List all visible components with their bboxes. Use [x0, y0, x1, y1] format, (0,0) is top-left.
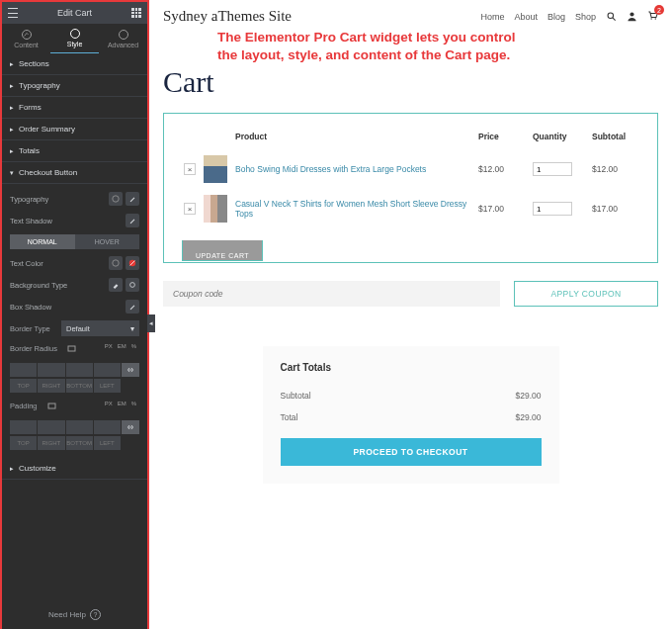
gear-icon	[119, 30, 128, 40]
widgets-grid-icon[interactable]	[131, 8, 141, 18]
responsive-icon[interactable]	[67, 345, 76, 354]
qty-input[interactable]	[533, 162, 572, 176]
ctrl-border-type-label: Border Type	[10, 324, 57, 333]
svg-rect-5	[68, 346, 75, 351]
tab-content-label: Content	[14, 42, 39, 48]
pencil-icon[interactable]	[126, 214, 139, 227]
responsive-icon[interactable]	[47, 403, 56, 411]
unit-px[interactable]: PX	[105, 401, 113, 406]
radius-left[interactable]	[94, 363, 122, 377]
brush-icon[interactable]	[109, 278, 123, 292]
link-values-icon[interactable]	[122, 363, 139, 377]
radius-right[interactable]	[38, 363, 65, 377]
section-forms[interactable]: Forms	[2, 97, 147, 119]
tab-style[interactable]: Style	[50, 24, 99, 53]
product-thumbnail[interactable]	[204, 195, 227, 223]
user-icon[interactable]	[627, 11, 637, 22]
globe-icon[interactable]	[109, 256, 123, 270]
section-typography[interactable]: Typography	[2, 75, 147, 97]
search-icon[interactable]	[606, 11, 617, 22]
svg-line-8	[613, 18, 616, 21]
site-header: Sydney aThemes Site Home About Blog Shop…	[163, 8, 658, 25]
subtotal-label: Subtotal	[281, 391, 311, 401]
ctrl-text-color: Text Color	[10, 252, 139, 274]
table-row: × Casual V Neck T Shirts for Women Mesh …	[182, 189, 639, 228]
pencil-icon[interactable]	[126, 300, 139, 314]
total-label: Total	[281, 412, 298, 422]
lbl-bottom: BOTTOM	[66, 379, 94, 393]
apply-coupon-button[interactable]: APPLY COUPON	[514, 281, 658, 307]
product-link[interactable]: Boho Swing Midi Dresses with Extra Large…	[235, 164, 426, 174]
cart-icon-wrap[interactable]: 2	[647, 10, 658, 23]
cart-table-container: Product Price Quantity Subtotal × Boho S…	[163, 113, 658, 263]
qty-input[interactable]	[533, 202, 572, 216]
section-totals[interactable]: Totals	[2, 140, 147, 162]
product-thumbnail[interactable]	[204, 155, 227, 183]
svg-point-9	[630, 12, 633, 16]
update-cart-button[interactable]: UPDATE CART	[182, 240, 263, 261]
annotation-banner: The Elementor Pro Cart widget lets you c…	[163, 29, 658, 63]
unit-em[interactable]: EM	[118, 343, 126, 349]
table-row: × Boho Swing Midi Dresses with Extra Lar…	[182, 149, 639, 189]
lbl-right: RIGHT	[38, 436, 65, 450]
pad-right[interactable]	[38, 420, 65, 434]
site-logo[interactable]: Sydney aThemes Site	[163, 8, 292, 25]
link-values-icon[interactable]	[122, 420, 139, 434]
svg-point-4	[130, 283, 135, 288]
pad-left[interactable]	[94, 420, 122, 434]
banner-line2: the layout, style, and content of the Ca…	[217, 46, 658, 64]
sidebar-tabs: Content Style Advanced	[2, 24, 147, 53]
pencil-icon[interactable]	[126, 192, 139, 206]
color-swatch[interactable]	[126, 256, 139, 270]
remove-item-icon[interactable]: ×	[184, 203, 196, 215]
proceed-checkout-button[interactable]: PROCEED TO CHECKOUT	[281, 438, 542, 466]
globe-icon[interactable]	[109, 192, 123, 206]
section-checkout-button[interactable]: Checkout Button	[2, 162, 147, 184]
unit-pct[interactable]: %	[131, 343, 136, 349]
pad-top[interactable]	[10, 420, 38, 434]
pad-bottom[interactable]	[66, 420, 94, 434]
subtotal-row: Subtotal $29.00	[281, 385, 542, 406]
style-icon	[70, 29, 80, 39]
lbl-left: LEFT	[94, 436, 122, 450]
hamburger-icon[interactable]	[8, 8, 18, 18]
remove-item-icon[interactable]: ×	[184, 163, 196, 175]
border-type-select[interactable]: Default▾	[61, 320, 139, 336]
lbl-left: LEFT	[94, 379, 122, 393]
cart-count-badge: 2	[654, 5, 664, 15]
nav-about[interactable]: About	[514, 12, 538, 22]
section-sections[interactable]: Sections	[2, 53, 147, 75]
tab-content[interactable]: Content	[2, 24, 50, 53]
unit-pct[interactable]: %	[131, 401, 136, 406]
radius-top[interactable]	[10, 363, 38, 377]
section-customize[interactable]: Customize	[2, 458, 147, 480]
nav-blog[interactable]: Blog	[547, 12, 565, 22]
tab-advanced-label: Advanced	[108, 42, 138, 48]
nav-home[interactable]: Home	[480, 12, 504, 22]
unit-px[interactable]: PX	[105, 343, 113, 349]
nav-shop[interactable]: Shop	[575, 12, 596, 22]
checkout-button-controls: Typography Text Shadow NORMAL HOVER Text…	[2, 184, 147, 454]
unit-em[interactable]: EM	[118, 401, 126, 406]
total-row: Total $29.00	[281, 406, 542, 428]
gradient-icon[interactable]	[126, 278, 139, 292]
padding-inputs	[10, 420, 139, 434]
toggle-hover[interactable]: HOVER	[75, 234, 140, 249]
section-order-summary[interactable]: Order Summary	[2, 119, 147, 140]
collapse-sidebar-icon[interactable]: ◂	[147, 314, 155, 332]
radius-bottom[interactable]	[66, 363, 94, 377]
product-link[interactable]: Casual V Neck T Shirts for Women Mesh Sh…	[235, 199, 466, 219]
sidebar-footer[interactable]: Need Help ?	[2, 599, 147, 629]
ctrl-padding-label: Padding	[10, 402, 38, 410]
sidebar-title: Edit Cart	[18, 8, 131, 18]
site-nav: Home About Blog Shop 2	[480, 10, 658, 23]
row-subtotal: $12.00	[590, 149, 639, 189]
subtotal-value: $29.00	[516, 391, 542, 401]
border-radius-inputs	[10, 363, 139, 377]
coupon-input[interactable]	[163, 281, 500, 307]
padding-labels: TOP RIGHT BOTTOM LEFT	[10, 436, 139, 450]
tab-advanced[interactable]: Advanced	[99, 24, 147, 53]
toggle-normal[interactable]: NORMAL	[10, 234, 75, 249]
cart-table: Product Price Quantity Subtotal × Boho S…	[182, 128, 639, 228]
col-subtotal: Subtotal	[590, 128, 639, 149]
